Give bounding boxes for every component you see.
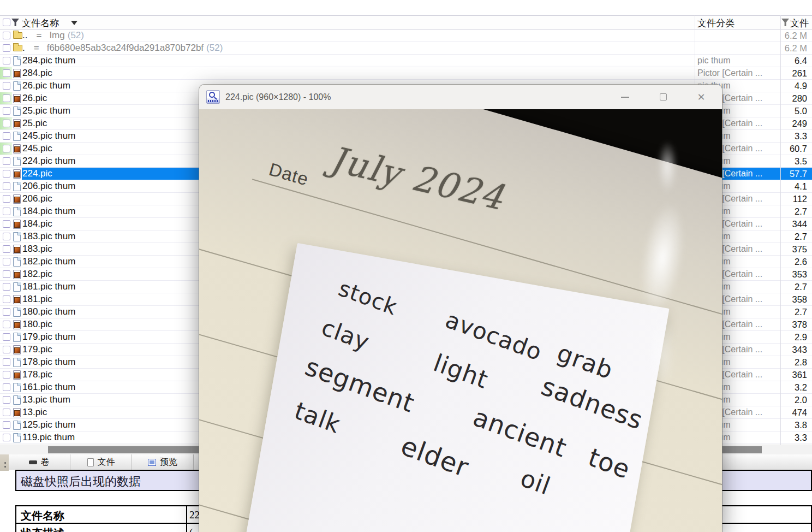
sort-arrow-icon[interactable] xyxy=(71,21,77,25)
row-checkbox[interactable] xyxy=(3,170,10,178)
row-checkbox[interactable] xyxy=(3,145,10,152)
row-checkbox[interactable] xyxy=(3,44,10,52)
file-name: 224.pic thum xyxy=(22,155,75,167)
row-checkbox[interactable] xyxy=(3,295,10,303)
table-row[interactable]: 284.pic thumpic thum6.4 xyxy=(0,55,812,67)
card-word: elder xyxy=(397,430,473,483)
row-checkbox[interactable] xyxy=(3,69,10,77)
document-file-icon xyxy=(13,358,21,367)
document-file-icon xyxy=(13,395,21,405)
file-list-header[interactable]: 文件名称 文件分类 文件大 xyxy=(0,15,812,29)
file-name: 181.pic thum xyxy=(22,281,75,293)
document-file-icon xyxy=(13,282,21,292)
folder-row[interactable]: .=f6b680e85ab3ca24f9da291a870b72bf(52)6.… xyxy=(0,42,812,55)
preview-window-titlebar[interactable]: 224.pic (960×1280) - 100% ✕ xyxy=(199,85,722,109)
row-checkbox[interactable] xyxy=(3,208,10,215)
file-size: 4.9 xyxy=(780,80,810,92)
row-checkbox[interactable] xyxy=(3,358,10,366)
file-size: 3.2 xyxy=(780,381,810,393)
file-size: 344 xyxy=(780,218,810,230)
row-checkbox[interactable] xyxy=(3,220,10,228)
file-name: 184.pic xyxy=(22,218,52,230)
card-word: clay xyxy=(318,314,373,356)
file-name: 179.pic xyxy=(22,344,52,356)
file-size: 361 xyxy=(780,369,810,381)
row-checkbox-cell xyxy=(0,431,12,444)
image-viewer-app-icon xyxy=(206,90,220,104)
row-checkbox-cell xyxy=(0,105,12,117)
column-separator[interactable] xyxy=(780,15,781,445)
column-header-category[interactable]: 文件分类 xyxy=(697,17,735,29)
document-file-icon xyxy=(13,56,21,66)
row-checkbox[interactable] xyxy=(3,82,10,90)
row-checkbox[interactable] xyxy=(3,157,10,165)
row-checkbox[interactable] xyxy=(3,396,10,404)
file-name: 13.pic thum xyxy=(22,394,70,406)
file-size: 2.0 xyxy=(780,394,810,406)
folder-row[interactable]: ..=Img(52)6.2 M xyxy=(0,29,812,42)
row-checkbox[interactable] xyxy=(3,270,10,278)
row-checkbox[interactable] xyxy=(3,107,10,115)
document-file-icon xyxy=(13,383,21,392)
grip-dot xyxy=(4,466,6,468)
card-word: ancient xyxy=(469,402,571,463)
column-header-name[interactable]: 文件名称 xyxy=(22,17,59,29)
size-filter-funnel-icon[interactable] xyxy=(781,19,789,26)
row-checkbox-cell xyxy=(0,419,12,431)
document-file-icon xyxy=(13,157,21,166)
row-checkbox[interactable] xyxy=(3,333,10,341)
row-checkbox[interactable] xyxy=(3,32,10,39)
row-checkbox[interactable] xyxy=(3,195,10,203)
minimize-button[interactable] xyxy=(606,85,644,109)
row-checkbox-cell xyxy=(0,80,12,92)
card-word: sadness xyxy=(538,371,647,435)
row-checkbox[interactable] xyxy=(3,245,10,253)
picture-file-icon xyxy=(13,144,21,153)
row-checkbox-cell xyxy=(0,155,12,167)
row-checkbox[interactable] xyxy=(3,233,10,240)
row-checkbox-cell xyxy=(0,344,12,356)
row-checkbox-cell xyxy=(0,268,12,280)
row-checkbox[interactable] xyxy=(3,371,10,379)
file-size: 3.3 xyxy=(780,431,810,444)
row-checkbox[interactable] xyxy=(3,120,10,127)
file-size: 112 xyxy=(780,193,810,205)
close-button[interactable]: ✕ xyxy=(682,85,720,109)
picture-file-icon xyxy=(13,320,21,329)
filter-funnel-icon[interactable] xyxy=(11,19,19,26)
folder-name: ..=Img(52) xyxy=(22,29,84,42)
row-checkbox[interactable] xyxy=(3,409,10,416)
row-checkbox[interactable] xyxy=(3,346,10,353)
file-size: 4.1 xyxy=(780,180,810,192)
row-checkbox-cell xyxy=(0,205,12,217)
tab-preview[interactable]: 预览 xyxy=(132,454,194,470)
row-checkbox-cell xyxy=(0,369,12,381)
table-row[interactable]: 284.picPictor [Certain ...261 xyxy=(0,67,812,80)
row-checkbox[interactable] xyxy=(3,57,10,64)
handwritten-date: July 2024 xyxy=(326,139,508,218)
row-checkbox[interactable] xyxy=(3,421,10,429)
folder-icon xyxy=(13,45,22,51)
tab-volume[interactable]: 卷 xyxy=(9,454,70,470)
row-checkbox[interactable] xyxy=(3,132,10,140)
row-checkbox-cell xyxy=(0,406,12,418)
row-checkbox[interactable] xyxy=(3,383,10,391)
tab-file[interactable]: 文件 xyxy=(70,454,132,470)
row-checkbox-cell xyxy=(0,230,12,243)
row-checkbox[interactable] xyxy=(3,182,10,190)
file-name: 179.pic thum xyxy=(22,331,75,343)
file-name: 25.pic thum xyxy=(22,105,70,117)
row-checkbox[interactable] xyxy=(3,258,10,265)
select-all-checkbox[interactable] xyxy=(3,19,10,26)
preview-icon xyxy=(148,459,156,466)
file-size: 2.6 xyxy=(780,256,810,268)
row-checkbox-cell xyxy=(0,193,12,205)
maximize-button[interactable] xyxy=(644,85,682,109)
row-checkbox-cell xyxy=(0,168,12,180)
row-checkbox[interactable] xyxy=(3,308,10,316)
picture-file-icon xyxy=(13,270,21,279)
row-checkbox[interactable] xyxy=(3,321,10,328)
row-checkbox[interactable] xyxy=(3,283,10,291)
row-checkbox[interactable] xyxy=(3,94,10,102)
row-checkbox[interactable] xyxy=(3,434,10,441)
